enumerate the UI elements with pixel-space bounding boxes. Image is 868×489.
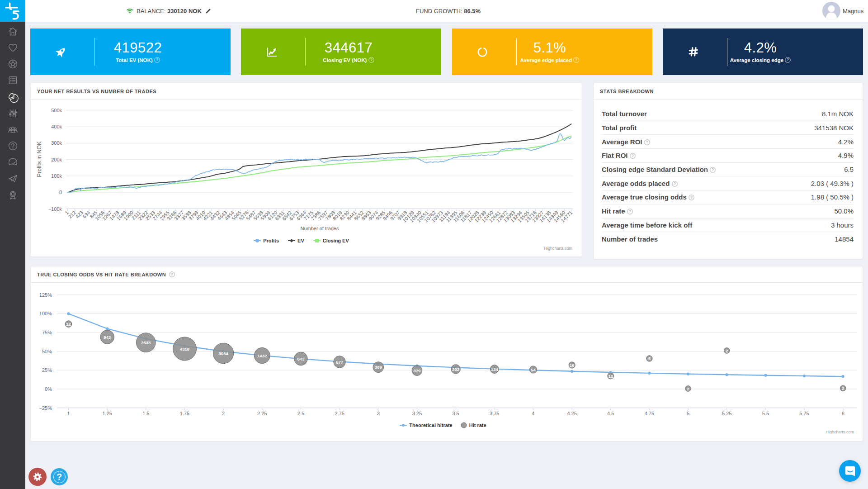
svg-text:?: ? (646, 140, 648, 144)
svg-text:?: ? (629, 209, 631, 214)
svg-text:?: ? (712, 168, 714, 172)
svg-text:?: ? (171, 272, 174, 276)
svg-text:?: ? (370, 57, 373, 62)
svg-text:?: ? (632, 154, 634, 158)
svg-text:?: ? (690, 195, 693, 200)
svg-text:?: ? (575, 57, 577, 62)
svg-text:?: ? (787, 57, 789, 62)
svg-text:?: ? (673, 181, 675, 186)
svg-text:?: ? (156, 57, 158, 62)
